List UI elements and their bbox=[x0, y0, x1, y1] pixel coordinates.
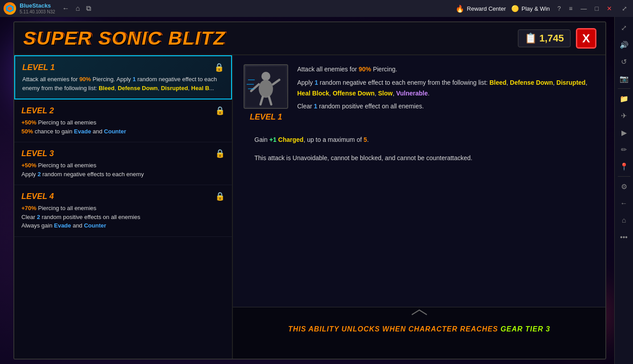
coin-value: 1,745 bbox=[539, 33, 564, 44]
level-3-header: LEVEL 3 🔒 bbox=[21, 149, 225, 158]
level-2-header: LEVEL 2 🔒 bbox=[21, 106, 225, 116]
sidebar-screenshot-icon[interactable]: 📷 bbox=[617, 71, 631, 86]
level-list: LEVEL 1 🔒 Attack all enemies for 90% Pie… bbox=[14, 55, 233, 360]
game-panel: SUPER SONIC BLITZ 📋 1,745 X LEVEL 1 bbox=[13, 21, 606, 360]
home-button[interactable]: ⌂ bbox=[74, 4, 82, 13]
level-1-header: LEVEL 1 🔒 bbox=[22, 62, 224, 72]
detail-panel: LEVEL 1 Attack all enemies for 90% Pierc… bbox=[233, 55, 605, 360]
detail-level-label: LEVEL 1 bbox=[250, 112, 282, 122]
coin-display: 📋 1,745 bbox=[518, 29, 571, 47]
flame-icon: 🔥 bbox=[455, 4, 464, 13]
sidebar-back-icon[interactable]: ← bbox=[617, 196, 631, 211]
play-win-button[interactable]: 🟡 Play & Win bbox=[511, 5, 550, 12]
panel-header-right: 📋 1,745 X bbox=[518, 28, 596, 49]
detail-header-text: Attack all enemies for 90% Piercing. App… bbox=[297, 64, 595, 125]
back-button[interactable]: ← bbox=[61, 4, 71, 13]
reward-center-label: Reward Center bbox=[467, 5, 506, 12]
sidebar-divider-2 bbox=[618, 176, 630, 177]
sidebar-more-icon[interactable]: ••• bbox=[617, 230, 631, 244]
app-name: BlueStacks bbox=[20, 2, 55, 9]
unavoidable-text: This attack is Unavoidable, cannot be bl… bbox=[254, 153, 584, 164]
sidebar-folder-icon[interactable]: 📁 bbox=[617, 91, 631, 106]
level-4-name: LEVEL 4 bbox=[21, 192, 54, 201]
svg-point-3 bbox=[261, 72, 270, 81]
help-button[interactable]: ? bbox=[555, 4, 563, 13]
unlock-text: THIS ABILITY UNLOCKS WHEN CHARACTER REAC… bbox=[233, 316, 605, 344]
unlock-message: THIS ABILITY UNLOCKS WHEN CHARACTER REAC… bbox=[288, 325, 498, 333]
nav-buttons: ← ⌂ ⧉ bbox=[61, 4, 93, 13]
window-controls: ? ≡ — □ ✕ bbox=[555, 4, 614, 13]
close-x-label: X bbox=[582, 32, 590, 46]
level-item-4[interactable]: LEVEL 4 🔒 +70% Piercing to all enemies C… bbox=[14, 185, 232, 237]
detail-description-2: Apply 1 random negative effect to each e… bbox=[297, 78, 595, 99]
level-1-name: LEVEL 1 bbox=[22, 63, 55, 72]
sidebar-pin-icon[interactable]: 📍 bbox=[617, 159, 631, 174]
app-version: 5.11.40.1003 N32 bbox=[20, 9, 55, 15]
sidebar-edit-icon[interactable]: ✏ bbox=[617, 142, 631, 157]
coin-icon: 📋 bbox=[525, 33, 537, 44]
minimize-button[interactable]: — bbox=[579, 4, 589, 13]
charged-text: Gain +1 Charged, up to a maximum of 5. bbox=[254, 134, 584, 145]
detail-description-3: Clear 1 random positive effect on all en… bbox=[297, 101, 595, 112]
level-3-name: LEVEL 3 bbox=[21, 149, 54, 158]
level-item-2[interactable]: LEVEL 2 🔒 +50% Piercing to all enemies 5… bbox=[14, 99, 232, 142]
detail-header: LEVEL 1 Attack all enemies for 90% Pierc… bbox=[244, 64, 595, 125]
unlock-tier: GEAR TIER 3 bbox=[501, 325, 550, 333]
sidebar-expand-icon[interactable]: ⤢ bbox=[617, 21, 631, 35]
level-item-1[interactable]: LEVEL 1 🔒 Attack all enemies for 90% Pie… bbox=[14, 55, 232, 99]
level-1-desc: Attack all enemies for 90% Piercing. App… bbox=[22, 75, 224, 92]
bluestacks-logo bbox=[4, 2, 16, 15]
window-close-button[interactable]: ✕ bbox=[604, 4, 614, 13]
level-2-desc: +50% Piercing to all enemies 50% chance … bbox=[21, 118, 225, 136]
coin-icon-small: 🟡 bbox=[511, 5, 519, 12]
level-1-lock-icon: 🔒 bbox=[214, 62, 224, 72]
level-3-lock-icon: 🔒 bbox=[215, 149, 225, 158]
panel-body: LEVEL 1 🔒 Attack all enemies for 90% Pie… bbox=[14, 55, 605, 360]
detail-description-1: Attack all enemies for 90% Piercing. bbox=[297, 64, 595, 75]
detail-body: Gain +1 Charged, up to a maximum of 5. T… bbox=[244, 134, 595, 164]
sidebar-settings-icon[interactable]: ⚙ bbox=[617, 179, 631, 194]
sidebar-divider-1 bbox=[618, 88, 630, 89]
sidebar-speaker-icon[interactable]: 🔊 bbox=[617, 37, 631, 52]
titlebar: BlueStacks 5.11.40.1003 N32 ← ⌂ ⧉ 🔥 Rewa… bbox=[0, 0, 633, 17]
panel-title: SUPER SONIC BLITZ bbox=[23, 28, 226, 49]
maximize-button[interactable]: □ bbox=[593, 4, 601, 13]
sidebar-macro-icon[interactable]: ▶ bbox=[617, 125, 631, 140]
level-4-lock-icon: 🔒 bbox=[215, 191, 225, 201]
detail-top: LEVEL 1 Attack all enemies for 90% Pierc… bbox=[233, 55, 605, 307]
titlebar-right: 🔥 Reward Center 🟡 Play & Win ? ≡ — □ ✕ ⤢ bbox=[455, 4, 629, 13]
main-content: ⤢ 🔊 ↺ 📷 📁 ✈ ▶ ✏ 📍 ⚙ ← ⌂ ••• SUPER SONIC … bbox=[0, 17, 633, 364]
level-4-desc: +70% Piercing to all enemies Clear 2 ran… bbox=[21, 204, 225, 230]
unlock-divider bbox=[233, 307, 605, 316]
svg-point-4 bbox=[259, 80, 273, 98]
sidebar-refresh-icon[interactable]: ↺ bbox=[617, 54, 631, 69]
play-win-label: Play & Win bbox=[521, 5, 550, 12]
panel-close-button[interactable]: X bbox=[576, 28, 596, 49]
unlock-section: THIS ABILITY UNLOCKS WHEN CHARACTER REAC… bbox=[233, 307, 605, 360]
level-item-3[interactable]: LEVEL 3 🔒 +50% Piercing to all enemies A… bbox=[14, 142, 232, 185]
level-2-lock-icon: 🔒 bbox=[215, 106, 225, 116]
right-sidebar: ⤢ 🔊 ↺ 📷 📁 ✈ ▶ ✏ 📍 ⚙ ← ⌂ ••• bbox=[614, 17, 633, 364]
expand-button[interactable]: ⤢ bbox=[620, 4, 629, 13]
reward-center-button[interactable]: 🔥 Reward Center bbox=[455, 4, 506, 13]
panel-header: SUPER SONIC BLITZ 📋 1,745 X bbox=[14, 22, 605, 55]
multi-button[interactable]: ⧉ bbox=[84, 4, 93, 13]
level-2-name: LEVEL 2 bbox=[21, 106, 54, 116]
level-3-desc: +50% Piercing to all enemies Apply 2 ran… bbox=[21, 161, 225, 178]
menu-button[interactable]: ≡ bbox=[567, 4, 575, 13]
sidebar-location-icon[interactable]: ✈ bbox=[617, 108, 631, 123]
ability-image bbox=[244, 64, 288, 109]
sidebar-home-icon[interactable]: ⌂ bbox=[617, 213, 631, 228]
level-4-header: LEVEL 4 🔒 bbox=[21, 191, 225, 201]
